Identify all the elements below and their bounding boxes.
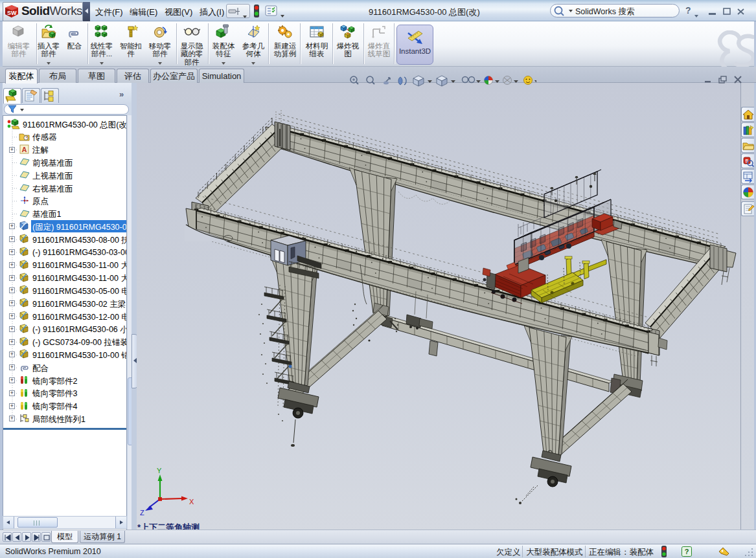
- svg-text:SW: SW: [7, 10, 17, 16]
- svg-text:A: A: [22, 145, 27, 153]
- svg-text:X: X: [189, 498, 194, 506]
- svg-text:Z: Z: [140, 509, 144, 517]
- svg-text:?: ?: [685, 548, 689, 555]
- svg-text:Y: Y: [157, 467, 162, 474]
